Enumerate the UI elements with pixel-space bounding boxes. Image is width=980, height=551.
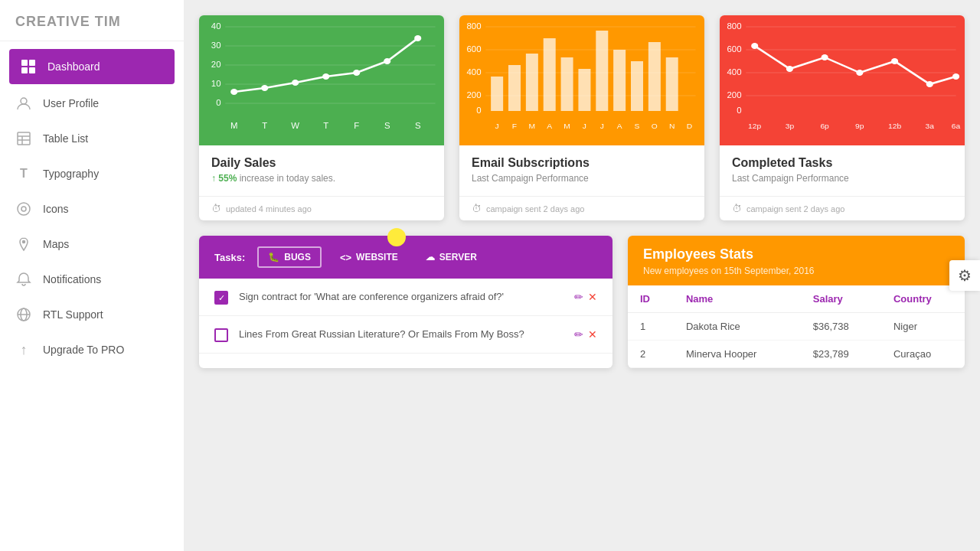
svg-text:3a: 3a: [926, 122, 935, 130]
svg-text:S: S: [384, 122, 390, 130]
svg-rect-2: [21, 67, 28, 73]
sidebar-item-notifications[interactable]: Notifications: [0, 262, 184, 297]
svg-rect-50: [526, 54, 538, 111]
completed-tasks-footer: ⏱ campaign sent 2 days ago: [720, 196, 965, 220]
svg-text:10: 10: [211, 80, 221, 88]
employees-header: Employees Stats New employees on 15th Se…: [628, 236, 965, 285]
svg-rect-51: [544, 38, 556, 111]
sidebar-item-label: Maps: [43, 238, 69, 250]
code-icon: <>: [340, 252, 351, 263]
sidebar-item-maps[interactable]: Maps: [0, 227, 184, 262]
typography-icon: T: [15, 165, 32, 182]
svg-text:400: 400: [727, 68, 742, 77]
emp-2-name: Minerva Hooper: [674, 341, 801, 368]
sidebar-item-rtl-support[interactable]: RTL Support: [0, 297, 184, 332]
bottom-section: Tasks: 🐛 BUGS <> WEBSITE ☁ SERVER Sign c…: [199, 236, 965, 368]
brand-logo: CREATIVE TIM: [0, 0, 184, 41]
task-item-1: Sign contract for 'What are conference o…: [199, 279, 612, 316]
svg-text:A: A: [547, 122, 552, 130]
clock-icon-3: ⏱: [732, 203, 742, 214]
dashboard-icon: [20, 58, 37, 75]
daily-sales-body: Daily Sales ↑ 55% increase in today sale…: [199, 145, 444, 196]
svg-text:M: M: [230, 122, 238, 130]
svg-point-10: [21, 207, 26, 211]
sidebar-item-user-profile[interactable]: User Profile: [0, 86, 184, 121]
email-subscriptions-body: Email Subscriptions Last Campaign Perfor…: [459, 145, 704, 196]
svg-text:40: 40: [211, 22, 221, 31]
settings-icon: ⚙: [958, 266, 972, 285]
completed-tasks-subtitle: Last Campaign Performance: [732, 173, 952, 184]
svg-point-29: [353, 70, 360, 76]
svg-rect-55: [613, 50, 626, 111]
svg-text:200: 200: [467, 91, 482, 99]
completed-tasks-chart: 800 600 400 200 0 12p: [720, 15, 965, 145]
email-subscriptions-subtitle: Last Campaign Performance: [472, 173, 692, 184]
completed-tasks-body: Completed Tasks Last Campaign Performanc…: [720, 145, 965, 196]
emp-1-salary: $36,738: [801, 313, 881, 341]
settings-fab-button[interactable]: ⚙: [949, 260, 980, 291]
svg-text:O: O: [652, 122, 658, 130]
task-2-actions: ✏ ✕: [574, 328, 597, 341]
svg-text:T: T: [323, 122, 328, 130]
icons-icon: [15, 201, 32, 217]
sidebar-item-label: User Profile: [43, 97, 99, 109]
tasks-header-label: Tasks:: [214, 252, 245, 263]
svg-point-4: [21, 98, 27, 104]
svg-text:A: A: [617, 122, 622, 130]
daily-sales-stat-suffix: increase in today sales.: [240, 173, 335, 184]
svg-text:J: J: [583, 122, 586, 130]
sidebar-item-upgrade-to-pro[interactable]: ↑ Upgrade To PRO: [0, 332, 184, 367]
task-2-edit-button[interactable]: ✏: [574, 328, 583, 341]
svg-point-83: [856, 70, 863, 76]
svg-text:S: S: [415, 122, 421, 130]
rtl-support-icon: [15, 306, 32, 323]
svg-text:12b: 12b: [888, 122, 901, 130]
svg-point-31: [414, 35, 421, 41]
svg-rect-49: [508, 65, 521, 111]
svg-rect-48: [491, 77, 503, 111]
tasks-header: Tasks: 🐛 BUGS <> WEBSITE ☁ SERVER: [199, 236, 612, 279]
employees-title: Employees Stats: [643, 246, 949, 262]
sidebar-item-typography[interactable]: T Typography: [0, 156, 184, 191]
sidebar-item-label: Typography: [43, 168, 99, 180]
bugs-label: BUGS: [284, 252, 311, 262]
svg-text:W: W: [291, 122, 300, 130]
bugs-button[interactable]: 🐛 BUGS: [257, 246, 322, 268]
email-subscriptions-card: 800 600 400 200 0: [459, 15, 704, 220]
task-1-checkbox[interactable]: [214, 291, 228, 305]
svg-point-26: [261, 85, 268, 91]
svg-text:F: F: [354, 122, 359, 130]
sidebar-item-dashboard[interactable]: Dashboard: [9, 49, 175, 84]
svg-text:200: 200: [727, 91, 742, 99]
sidebar-item-label: Notifications: [43, 273, 101, 285]
sidebar-item-label: Upgrade To PRO: [43, 344, 124, 356]
notifications-icon: [15, 271, 32, 288]
user-profile-icon: [15, 95, 32, 112]
svg-rect-58: [666, 57, 678, 111]
task-1-edit-button[interactable]: ✏: [574, 291, 583, 303]
svg-text:600: 600: [727, 45, 742, 54]
server-button[interactable]: ☁ SERVER: [416, 248, 486, 266]
main-content: 40 30 20 10 0 M T: [184, 0, 980, 551]
emp-1-id: 1: [628, 313, 674, 341]
svg-text:M: M: [564, 122, 570, 130]
daily-sales-stat-value: ↑ 55%: [211, 173, 237, 184]
task-2-delete-button[interactable]: ✕: [588, 328, 597, 341]
col-name: Name: [674, 285, 801, 313]
svg-rect-3: [29, 67, 35, 73]
task-2-checkbox[interactable]: [214, 328, 228, 342]
svg-text:6a: 6a: [952, 122, 961, 130]
task-1-delete-button[interactable]: ✕: [588, 291, 597, 303]
maps-icon: [15, 236, 32, 253]
table-list-icon: [15, 130, 32, 147]
svg-rect-0: [21, 60, 28, 66]
sidebar-item-table-list[interactable]: Table List: [0, 121, 184, 156]
website-button[interactable]: <> WEBSITE: [331, 248, 407, 267]
tasks-card: Tasks: 🐛 BUGS <> WEBSITE ☁ SERVER Sign c…: [199, 236, 612, 368]
task-2-text: Lines From Great Russian Literature? Or …: [239, 327, 564, 342]
sidebar-item-icons[interactable]: Icons: [0, 191, 184, 227]
svg-text:J: J: [600, 122, 604, 130]
sidebar: CREATIVE TIM Dashboard User: [0, 0, 184, 551]
svg-point-80: [751, 43, 758, 49]
svg-text:30: 30: [211, 41, 221, 50]
